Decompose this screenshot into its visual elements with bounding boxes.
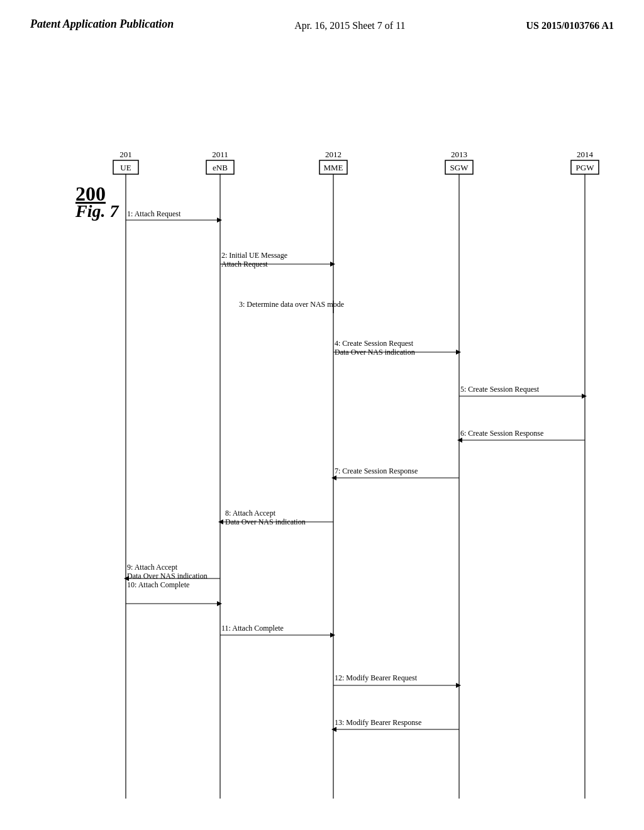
svg-marker-60	[331, 727, 336, 732]
svg-text:Attach Request: Attach Request	[221, 260, 268, 268]
svg-marker-57	[456, 683, 461, 688]
svg-text:9: Attach Accept: 9: Attach Accept	[127, 563, 178, 572]
svg-text:3: Determine data over NAS mod: 3: Determine data over NAS mode	[239, 300, 344, 309]
svg-marker-37	[457, 438, 462, 443]
svg-text:13: Modify Bearer Response: 13: Modify Bearer Response	[335, 718, 421, 727]
svg-marker-24	[330, 262, 335, 267]
svg-marker-54	[330, 633, 335, 638]
svg-text:11: Attach Complete: 11: Attach Complete	[221, 624, 284, 633]
svg-text:2011: 2011	[212, 150, 228, 159]
svg-text:eNB: eNB	[213, 163, 228, 172]
svg-text:Data Over NAS indication: Data Over NAS indication	[335, 348, 415, 357]
svg-marker-34	[582, 394, 587, 399]
svg-text:2014: 2014	[577, 150, 594, 159]
svg-text:SGW: SGW	[450, 163, 469, 172]
publication-date-sheet: Apr. 16, 2015 Sheet 7 of 11	[294, 20, 405, 31]
svg-text:MME: MME	[323, 163, 343, 172]
publication-title: Patent Application Publication	[30, 18, 174, 31]
svg-text:2012: 2012	[325, 150, 341, 159]
svg-marker-43	[218, 519, 223, 524]
svg-text:8: Attach Accept: 8: Attach Accept	[225, 509, 276, 517]
svg-text:UE: UE	[120, 163, 131, 172]
svg-text:5: Create Session Request: 5: Create Session Request	[460, 385, 540, 394]
publication-number: US 2015/0103766 A1	[526, 20, 614, 31]
svg-text:201: 201	[119, 150, 132, 159]
svg-text:2: Initial UE Message: 2: Initial UE Message	[221, 251, 287, 260]
svg-text:Data Over NAS indication: Data Over NAS indication	[127, 572, 208, 580]
sequence-diagram: 201 UE 2011 eNB 2012 MME 2013 SGW 2014 P…	[88, 138, 629, 805]
svg-marker-30	[456, 350, 461, 355]
svg-text:6: Create Session Response: 6: Create Session Response	[460, 429, 543, 438]
svg-text:Data Over NAS indication: Data Over NAS indication	[225, 517, 306, 526]
svg-text:10: Attach Complete: 10: Attach Complete	[127, 580, 189, 589]
svg-text:1: Attach Request: 1: Attach Request	[127, 209, 181, 218]
svg-marker-21	[217, 218, 222, 223]
diagram-container: 200 Fig. 7 201 UE 2011 eNB 2012 MME 2013…	[38, 75, 629, 799]
svg-marker-52	[217, 601, 222, 606]
svg-marker-40	[331, 475, 336, 480]
svg-text:12: Modify Bearer Request: 12: Modify Bearer Request	[335, 673, 418, 682]
svg-text:4: Create Session Request: 4: Create Session Request	[335, 339, 414, 348]
svg-text:7: Create Session Response: 7: Create Session Response	[335, 467, 418, 475]
svg-text:2013: 2013	[451, 150, 467, 159]
svg-text:PGW: PGW	[576, 163, 595, 172]
